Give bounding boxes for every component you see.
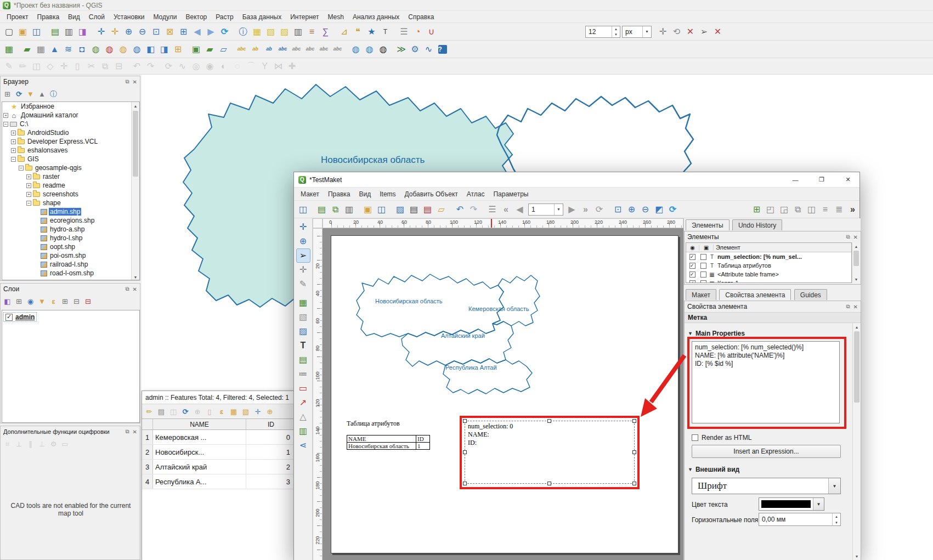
new-geopackage-icon[interactable]: ▣ [189,42,203,56]
zoom-out-icon[interactable]: ⊖ [135,25,149,38]
browser-tree-item[interactable]: − C:\ [3,120,139,128]
tab-item-properties[interactable]: Свойства элемента [719,289,791,300]
add-feature-icon[interactable]: ⊕ [191,405,203,417]
scroll-down-icon[interactable]: ▼ [132,273,139,280]
remove-layer-icon[interactable]: ⊟ [82,296,94,307]
close-panel-icon[interactable]: ✕ [133,286,137,292]
spinner-arrows[interactable]: ▲▼ [832,513,840,525]
render-html-row[interactable]: Render as HTML [692,434,751,442]
item-visibility-checkbox[interactable] [689,280,695,284]
collapse-all-icon[interactable]: ⊟ [71,296,82,307]
tab-items[interactable]: Элементы [686,219,730,230]
menu-item[interactable]: База данных [238,12,286,22]
browser-collapse-icon[interactable]: ▲ [36,88,48,100]
layout-item-row[interactable]: ▩ Карта 1 [686,279,851,283]
expand-toggle-icon[interactable]: − [19,166,24,171]
maximize-button[interactable]: ❐ [810,173,833,187]
page-number-combo[interactable]: 1 ▼ [528,203,563,216]
attribute-row[interactable]: 2 Новосибирск... 1 [142,445,296,460]
move-label-tool-icon[interactable]: abc [290,42,303,56]
spin-up-icon[interactable]: ▲ [833,513,840,519]
map-themes-icon[interactable]: ◉ [25,296,36,307]
browser-add-icon[interactable]: ⊞ [2,88,13,100]
print-icon[interactable]: ▤ [407,202,421,216]
pin-labels-icon[interactable]: ab [262,42,276,56]
redo-icon[interactable]: ↷ [467,202,480,216]
page-region-altai-krai[interactable] [402,321,513,366]
add-legend-icon[interactable]: ▤ [296,353,310,367]
menu-item[interactable]: Слой [84,12,109,22]
select-item-icon[interactable]: ➢ [296,248,310,263]
browser-tree-item[interactable]: + eshalonsaves [11,146,139,155]
spinner-arrows[interactable]: ▲▼ [612,26,620,37]
save-layout-icon[interactable]: ◫ [296,202,310,216]
delete-selected-icon[interactable]: ▯ [71,59,84,73]
filter-expression-icon[interactable]: ε [48,296,59,307]
layout-manager-icon[interactable]: ▥ [342,202,356,216]
paint-effects-icon[interactable]: ◔ [411,25,425,38]
font-dropdown-icon[interactable]: ▼ [828,478,840,494]
cell-id[interactable]: 3 [246,474,296,489]
browser-refresh-icon[interactable]: ⟳ [13,88,25,100]
cad-perpendicular-icon[interactable]: ⊥ [36,438,48,450]
fill-ring-icon[interactable]: ◐ [217,59,230,73]
close-button[interactable]: ✕ [836,173,860,187]
atlas-settings-icon[interactable]: ☰ [485,202,499,216]
zoom-full-layout-icon[interactable]: ⊡ [611,202,625,216]
browser-tree-item[interactable]: + AndroidStudio [11,128,139,137]
scroll-thumb[interactable] [854,331,860,403]
distribute-items-icon[interactable]: ≣ [832,202,846,216]
toggle-editing-icon[interactable]: ✏ [16,59,30,73]
cell-name[interactable]: Кемеровская ... [153,430,246,444]
refresh-view-icon[interactable]: ⟳ [666,202,680,216]
zoom-selection-icon[interactable]: ⊠ [163,25,177,38]
item-visibility-checkbox[interactable] [689,263,695,269]
undo-edit-icon[interactable]: ↶ [130,59,144,73]
zoom-last-icon[interactable]: ◀ [190,25,204,38]
export-image-icon[interactable]: ▨ [393,202,407,216]
cell-id[interactable]: 2 [246,460,296,474]
column-header-id[interactable]: ID [246,419,296,429]
spin-down-icon[interactable]: ▼ [833,519,840,525]
osm-search-icon[interactable]: ◍ [376,42,390,56]
browser-tree-item[interactable]: admin.shp [34,207,139,216]
snapping-icon[interactable]: ∪ [425,25,438,38]
copy-features-icon[interactable]: ⧉ [98,59,112,73]
browser-tree-item[interactable]: railroad-l.shp [34,260,139,269]
add-vector-layer-icon[interactable]: ▰ [20,42,34,56]
add-wcs-icon[interactable]: ◧ [144,42,157,56]
map-tips-icon[interactable]: ❝ [351,25,365,38]
row-number[interactable]: 2 [142,445,153,459]
menu-item[interactable]: Установки [109,12,149,22]
browser-tree-item[interactable]: + screenshots [26,190,139,199]
expand-toggle-icon[interactable]: − [11,157,16,162]
menu-item[interactable]: Справка [404,12,438,22]
select-all-icon[interactable]: ▦ [228,405,240,417]
undo-icon[interactable]: ↶ [453,202,467,216]
add-pages-icon[interactable]: ⊞ [750,202,764,216]
metasearch-icon[interactable]: ◍ [349,42,363,56]
float-panel-icon[interactable]: ⧉ [846,234,850,240]
layout-item-row[interactable]: T num_selection: [% num_sel... [686,252,851,261]
page-map-item[interactable] [331,236,679,554]
scroll-up-icon[interactable]: ▲ [132,102,139,110]
labeling-rules-icon[interactable]: ab [248,42,262,56]
zoom-in-layout-icon[interactable]: ⊕ [625,202,638,216]
row-number[interactable]: 3 [142,460,153,474]
delete-ring-icon[interactable]: ◌ [230,59,244,73]
item-lock-checkbox[interactable] [700,263,706,269]
save-edits-icon[interactable]: ◫ [30,59,43,73]
cell-name[interactable]: Новосибирск... [153,445,246,459]
vertex-tool-icon[interactable]: ✚ [285,59,299,73]
close-panel-icon[interactable]: ✕ [133,79,137,85]
column-header-name[interactable]: NAME [153,419,246,429]
expand-all-icon[interactable]: ⊞ [59,296,71,307]
menu-item[interactable]: Модули [149,12,181,22]
zoom-layer-icon[interactable]: ⊞ [177,25,190,38]
menu-item[interactable]: Вектор [181,12,211,22]
move-content-icon[interactable]: ✛ [296,263,310,277]
plot-icon[interactable]: ∿ [422,42,436,56]
split-features-icon[interactable]: Y [258,59,272,73]
layer-styling-icon[interactable]: ◧ [2,296,13,307]
layout-menu-item[interactable]: Правка [324,189,355,200]
